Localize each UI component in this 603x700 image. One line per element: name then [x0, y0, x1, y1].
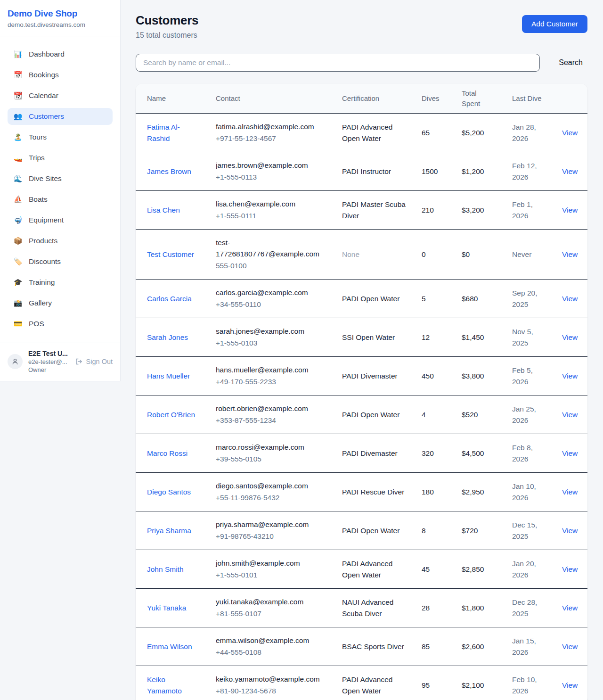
customer-name-link[interactable]: Hans Mueller [147, 372, 190, 380]
sidebar-item-products[interactable]: 📦 Products [8, 232, 113, 249]
sidebar-item-equipment[interactable]: 🤿 Equipment [8, 212, 113, 229]
sidebar-item-pos[interactable]: 💳 POS [8, 315, 113, 332]
view-link[interactable]: View [562, 250, 578, 258]
view-link[interactable]: View [562, 449, 578, 457]
customer-name-link[interactable]: Diego Santos [147, 488, 191, 496]
sidebar-item-calendar[interactable]: 📆 Calendar [8, 87, 113, 104]
customer-name-link[interactable]: Sarah Jones [147, 333, 188, 341]
graduation-cap-icon: 🎓 [13, 277, 23, 288]
customer-email: carlos.garcia@example.com [216, 287, 327, 298]
customer-phone: +1-555-0103 [216, 338, 327, 349]
customer-phone: +353-87-555-1234 [216, 415, 327, 426]
sidebar-item-bookings[interactable]: 📅 Bookings [8, 66, 113, 83]
last-dive-value: Nov 5, 2025 [512, 328, 533, 347]
user-name: E2E Test U... [28, 350, 75, 357]
last-dive-value: Jan 20, 2026 [512, 560, 536, 579]
total-spent-value: $3,800 [462, 372, 484, 380]
view-link[interactable]: View [562, 411, 578, 419]
view-link[interactable]: View [562, 167, 578, 175]
view-link[interactable]: View [562, 129, 578, 137]
view-link[interactable]: View [562, 206, 578, 214]
sidebar-item-customers[interactable]: 👥 Customers [8, 108, 113, 125]
customer-email: diego.santos@example.com [216, 480, 327, 492]
customer-name-link[interactable]: Carlos Garcia [147, 295, 192, 303]
customer-name-link[interactable]: Robert O'Brien [147, 411, 195, 419]
wave-icon: 🌊 [13, 173, 23, 184]
customer-name-link[interactable]: Marco Rossi [147, 449, 187, 457]
table-row: James Brown james.brown@example.com +1-5… [136, 152, 587, 191]
dives-value: 65 [422, 129, 430, 137]
last-dive-value: Jan 25, 2026 [512, 405, 536, 424]
user-info: E2E Test U... e2e-tester@... Owner [28, 350, 75, 373]
last-dive-value: Jan 28, 2026 [512, 123, 536, 142]
sidebar-item-boats[interactable]: ⛵ Boats [8, 191, 113, 208]
sidebar-item-tours[interactable]: 🏝️ Tours [8, 129, 113, 146]
diving-mask-icon: 🤿 [13, 215, 23, 225]
customer-name-link[interactable]: Priya Sharma [147, 527, 191, 535]
certification-value: None [342, 250, 359, 258]
customer-name-link[interactable]: Keiko Yamamoto [147, 675, 182, 695]
customer-email: yuki.tanaka@example.com [216, 596, 327, 608]
view-link[interactable]: View [562, 372, 578, 380]
last-dive-value: Never [512, 250, 531, 258]
sidebar-item-gallery[interactable]: 📸 Gallery [8, 295, 113, 312]
view-link[interactable]: View [562, 488, 578, 496]
sidebar-item-discounts[interactable]: 🏷️ Discounts [8, 253, 113, 270]
certification-value: PADI Advanced Open Water [342, 560, 392, 579]
sidebar-item-dashboard[interactable]: 📊 Dashboard [8, 46, 113, 63]
last-dive-value: Feb 10, 2026 [512, 675, 537, 695]
search-button[interactable]: Search [554, 58, 587, 67]
certification-value: PADI Advanced Open Water [342, 675, 392, 695]
view-link[interactable]: View [562, 565, 578, 573]
column-header-certification: Certification [334, 84, 414, 114]
view-link[interactable]: View [562, 604, 578, 612]
customer-email: priya.sharma@example.com [216, 519, 327, 530]
view-link[interactable]: View [562, 333, 578, 341]
last-dive-value: Feb 8, 2026 [512, 444, 533, 463]
total-spent-value: $0 [462, 250, 470, 258]
total-spent-value: $2,950 [462, 488, 484, 496]
page-header: Customers 15 total customers Add Custome… [136, 13, 587, 40]
sign-out-button[interactable]: Sign Out [75, 358, 113, 365]
last-dive-value: Jan 10, 2026 [512, 482, 536, 502]
customer-name-link[interactable]: Emma Wilson [147, 642, 192, 651]
table-row: Emma Wilson emma.wilson@example.com +44-… [136, 627, 587, 666]
island-icon: 🏝️ [13, 132, 23, 142]
view-link[interactable]: View [562, 295, 578, 303]
table-row: Lisa Chen lisa.chen@example.com +1-555-0… [136, 191, 587, 230]
main-content: Customers 15 total customers Add Custome… [121, 0, 603, 700]
view-link[interactable]: View [562, 681, 578, 689]
total-spent-value: $3,200 [462, 206, 484, 214]
last-dive-value: Feb 5, 2026 [512, 366, 533, 386]
table-row: Yuki Tanaka yuki.tanaka@example.com +81-… [136, 589, 587, 627]
sidebar-item-training[interactable]: 🎓 Training [8, 274, 113, 291]
customer-name-link[interactable]: Lisa Chen [147, 206, 180, 214]
add-customer-button[interactable]: Add Customer [522, 15, 587, 33]
customer-email: sarah.jones@example.com [216, 326, 327, 337]
sailboat-icon: ⛵ [13, 194, 23, 205]
customer-name-link[interactable]: Yuki Tanaka [147, 604, 186, 612]
certification-value: NAUI Advanced Scuba Diver [342, 598, 393, 618]
certification-value: PADI Open Water [342, 295, 399, 303]
view-link[interactable]: View [562, 642, 578, 651]
customer-name-link[interactable]: Fatima Al-Rashid [147, 123, 180, 142]
sidebar-item-trips[interactable]: 🚤 Trips [8, 149, 113, 166]
certification-value: PADI Open Water [342, 527, 399, 535]
table-header-row: NameContactCertificationDivesTotal Spent… [136, 84, 587, 114]
customer-email: james.brown@example.com [216, 160, 327, 171]
customer-name-link[interactable]: John Smith [147, 565, 184, 573]
certification-value: PADI Advanced Open Water [342, 123, 392, 142]
column-header-total-spent: Total Spent [454, 84, 505, 114]
last-dive-value: Jan 15, 2026 [512, 637, 536, 656]
customer-phone: +1-555-0111 [216, 210, 327, 222]
customer-name-link[interactable]: Test Customer [147, 250, 194, 258]
customer-name-link[interactable]: James Brown [147, 167, 191, 175]
dives-value: 45 [422, 565, 430, 573]
shop-domain: demo.test.divestreams.com [8, 21, 113, 28]
search-input[interactable] [136, 54, 540, 72]
sidebar-item-dive-sites[interactable]: 🌊 Dive Sites [8, 170, 113, 187]
customer-email: keiko.yamamoto@example.com [216, 674, 327, 685]
certification-value: PADI Rescue Diver [342, 488, 404, 496]
table-row: Carlos Garcia carlos.garcia@example.com … [136, 280, 587, 318]
view-link[interactable]: View [562, 527, 578, 535]
